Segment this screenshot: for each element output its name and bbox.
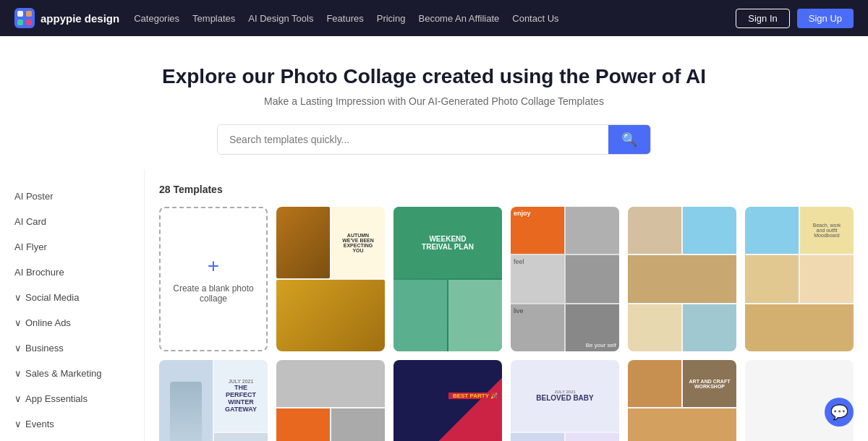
navbar: appypie design Categories Templates AI D… (0, 0, 868, 36)
template-craft[interactable]: ART AND CRAFT WORKSHOP (628, 360, 736, 441)
sidebar-item-business[interactable]: ∨ Business (0, 335, 144, 361)
nav-ai-tools[interactable]: AI Design Tools (248, 13, 313, 24)
search-input[interactable] (218, 125, 608, 154)
svg-rect-3 (17, 20, 23, 25)
template-winter[interactable]: JULY 2021 THE PERFECT WINTER GATEWAY (159, 360, 268, 441)
template-autumn[interactable]: AUTUMNWE'VE BEENEXPECTINGYOU (276, 207, 385, 351)
sidebar-item-ai-poster[interactable]: AI Poster (0, 184, 144, 209)
chevron-down-icon: ∨ (14, 343, 22, 354)
chevron-down-icon: ∨ (14, 368, 22, 379)
plus-icon: + (208, 254, 219, 278)
nav-features[interactable]: Features (326, 13, 363, 24)
template-weekend[interactable]: WEEKENDTREIVAL PLAN (393, 207, 502, 351)
template-beach1[interactable] (628, 207, 736, 351)
signin-button[interactable]: Sign In (736, 9, 789, 28)
autumn-panel-1 (276, 207, 330, 278)
chevron-down-icon: ∨ (14, 317, 22, 328)
search-icon: 🔍 (621, 132, 637, 147)
chat-icon-symbol: 💬 (830, 403, 848, 421)
search-bar: 🔍 (217, 124, 651, 155)
sidebar-item-online-ads[interactable]: ∨ Online Ads (0, 310, 144, 335)
create-blank-card[interactable]: + Create a blank photo collage (159, 207, 268, 351)
template-party[interactable]: BEST PARTY 🎉 (393, 360, 502, 441)
sidebar-item-events[interactable]: ∨ Events (0, 411, 144, 437)
hero-section: Explore our Photo Collage created using … (0, 36, 868, 169)
search-button[interactable]: 🔍 (608, 125, 650, 154)
svg-rect-0 (14, 8, 35, 28)
chevron-down-icon: ∨ (14, 419, 22, 429)
sidebar-item-academic[interactable]: ∨ Academic (0, 437, 144, 441)
sidebar-item-ai-flyer[interactable]: AI Flyer (0, 234, 144, 260)
nav-actions: Sign In Sign Up (736, 9, 854, 28)
template-enjoy[interactable]: enjoy feel live Be your self (511, 207, 619, 351)
svg-rect-2 (26, 11, 32, 17)
nav-templates[interactable]: Templates (192, 13, 235, 24)
template-beach2[interactable]: Beach, workand outfitMoodboard (745, 207, 854, 351)
hero-title: Explore our Photo Collage created using … (14, 65, 854, 88)
appypie-logo-icon (14, 8, 35, 28)
nav-contact[interactable]: Contact Us (512, 13, 558, 24)
create-blank-label: Create a blank photo collage (161, 283, 266, 304)
main-layout: AI Poster AI Card AI Flyer AI Brochure ∨… (0, 169, 868, 441)
templates-grid: + Create a blank photo collage AUTUMNWE'… (159, 207, 854, 441)
chevron-down-icon: ∨ (14, 292, 22, 303)
sidebar-item-ai-card[interactable]: AI Card (0, 209, 144, 234)
nav-categories[interactable]: Categories (134, 13, 179, 24)
sidebar-item-ai-brochure[interactable]: AI Brochure (0, 260, 144, 285)
svg-rect-1 (17, 11, 23, 17)
hero-subtitle: Make a Lasting Impression with Our AI-Ge… (14, 95, 854, 107)
nav-links: Categories Templates AI Design Tools Fea… (134, 13, 721, 24)
nav-affiliate[interactable]: Become An Affiliate (418, 13, 499, 24)
autumn-panel-3 (276, 280, 385, 351)
autumn-panel-2: AUTUMNWE'VE BEENEXPECTINGYOU (331, 207, 385, 278)
sidebar: AI Poster AI Card AI Flyer AI Brochure ∨… (0, 169, 145, 441)
brand-logo[interactable]: appypie design (14, 8, 119, 28)
template-count: 28 Templates (159, 184, 854, 195)
sidebar-item-social-media[interactable]: ∨ Social Media (0, 285, 144, 310)
brand-name: appypie design (41, 12, 119, 25)
nav-pricing[interactable]: Pricing (377, 13, 406, 24)
content-area: 28 Templates + Create a blank photo coll… (145, 169, 868, 441)
svg-rect-4 (26, 20, 32, 25)
template-grey-orange[interactable]: ALL CATS ARE GIRLS (276, 360, 385, 441)
template-baby[interactable]: JULY 2021 BELOVED BABY (511, 360, 619, 441)
signup-button[interactable]: Sign Up (797, 9, 854, 28)
sidebar-item-app-essentials[interactable]: ∨ App Essentials (0, 386, 144, 411)
chat-button[interactable]: 💬 (825, 398, 854, 427)
chevron-down-icon: ∨ (14, 393, 22, 404)
sidebar-item-sales-marketing[interactable]: ∨ Sales & Marketing (0, 361, 144, 386)
